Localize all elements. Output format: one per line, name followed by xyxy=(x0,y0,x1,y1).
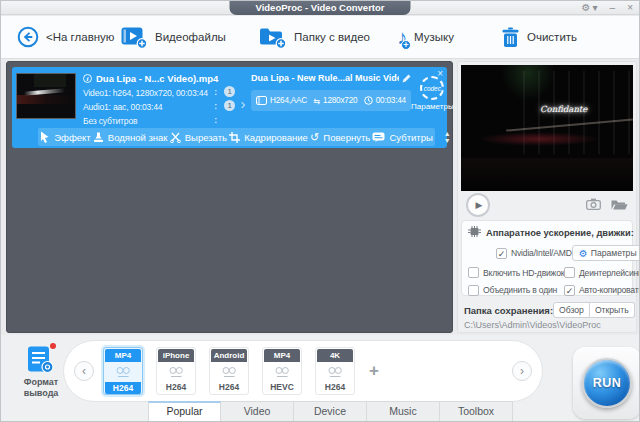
hd-engine-checkbox[interactable] xyxy=(468,267,479,278)
format-output-label-1: Формат xyxy=(13,377,69,388)
clear-list-button[interactable]: Очистить xyxy=(501,16,577,58)
merge-label: Объединить в один xyxy=(483,285,557,295)
film-icon xyxy=(256,96,267,105)
output-format-button[interactable]: Формат вывода xyxy=(13,345,69,399)
source-title-row: i Dua Lipa - N...c Video).mp4 xyxy=(83,73,235,84)
codec-badge: H264,AAC xyxy=(256,96,307,105)
hw-params-button[interactable]: ⚙ Параметры xyxy=(572,245,640,261)
target-info: Dua Lipa - New Rule...al Music Video).mp… xyxy=(251,72,411,127)
browse-button[interactable]: Обзор xyxy=(553,302,590,318)
settings-gear-icon[interactable]: ⚙ xyxy=(582,1,591,15)
autocopy-checkbox[interactable]: ✓ xyxy=(564,285,575,296)
format-card-iphone[interactable]: iPhone H264 xyxy=(156,347,196,395)
subtitle-track-row[interactable]: Без субтитров : xyxy=(83,116,235,126)
reel-icon xyxy=(104,362,142,381)
add-video-folder-label: Папку с видео xyxy=(294,31,370,43)
cut-tool[interactable]: Вырезать xyxy=(170,132,227,143)
file-list-panel: × i Dua Lipa - N...c Video).mp4 Video1: … xyxy=(6,61,453,333)
hardware-options-box: Аппаратное ускорение, движки: ✓ Nvidia/I… xyxy=(461,220,633,296)
save-folder-path: C:\Users\Admin\Videos\VideoProc xyxy=(464,320,601,330)
notification-dot xyxy=(50,343,56,349)
tab-video[interactable]: Video xyxy=(221,401,294,422)
clip-card[interactable]: × i Dua Lipa - N...c Video).mp4 Video1: … xyxy=(12,67,447,148)
format-card-mp4-hevc[interactable]: MP4 HEVC xyxy=(262,347,302,395)
stamp-icon xyxy=(93,132,104,143)
hw-accel-title-row: Аппаратное ускорение, движки: xyxy=(468,226,626,239)
rotate-tool[interactable]: ↺ Повернуть xyxy=(310,132,370,143)
subtitles-tool[interactable]: Субтитры xyxy=(372,132,432,143)
play-button[interactable]: ▶ xyxy=(466,193,490,217)
gpu-checkbox[interactable]: ✓ xyxy=(496,248,507,259)
video-add-icon xyxy=(121,26,148,49)
watermark-tool[interactable]: Водяной знак xyxy=(93,132,168,143)
clock-icon xyxy=(364,96,373,105)
sort-up-icon[interactable]: ▲ xyxy=(444,130,451,137)
run-button[interactable]: RUN xyxy=(582,358,632,408)
gpu-label: Nvidia/Intel/AMD xyxy=(511,248,572,258)
clip-thumbnail xyxy=(16,73,76,119)
codec-params-label: Параметры xyxy=(411,102,454,111)
crop-tool[interactable]: Кадрирование xyxy=(229,132,308,143)
clear-list-label: Очистить xyxy=(527,31,577,43)
format-card-4k[interactable]: 4K H264 xyxy=(315,347,355,395)
track-handle-icon[interactable]: : xyxy=(214,101,217,111)
source-title: Dua Lipa - N...c Video).mp4 xyxy=(96,73,218,84)
formats-prev-button[interactable]: ‹ xyxy=(74,361,94,381)
audio-track-label: Audio1: aac, 00:03:44 xyxy=(83,102,162,112)
info-icon[interactable]: i xyxy=(83,74,92,83)
formats-next-button[interactable]: › xyxy=(512,361,532,381)
rename-pencil-icon[interactable] xyxy=(402,74,411,83)
close-button[interactable]: × xyxy=(627,1,633,15)
minimize-button[interactable]: – xyxy=(610,1,616,15)
add-video-files-label: Видеофайлы xyxy=(155,31,226,43)
add-music-button[interactable]: ♪ + Музыку xyxy=(397,16,501,58)
back-home-button[interactable]: <На главную xyxy=(17,16,121,58)
music-add-icon: ♪ + xyxy=(397,27,407,47)
snapshot-camera-icon[interactable] xyxy=(586,198,601,212)
deinterlace-checkbox[interactable] xyxy=(564,267,575,278)
clip-edit-toolbar: Эффект Водяной знак Вырезать xyxy=(38,128,435,146)
add-format-button[interactable]: + xyxy=(369,361,379,381)
window-controls: ⚙ ▾ – × xyxy=(582,1,633,15)
add-video-folder-button[interactable]: Папку с видео xyxy=(259,16,397,58)
add-music-label: Музыку xyxy=(414,31,454,43)
tab-popular[interactable]: Popular xyxy=(148,401,221,422)
reel-icon xyxy=(263,362,301,381)
video-preview[interactable]: Confidante xyxy=(461,65,633,191)
format-card-android[interactable]: Android H264 xyxy=(209,347,249,395)
reel-icon xyxy=(157,362,195,381)
open-button[interactable]: Открыть xyxy=(590,302,635,318)
track-handle-icon[interactable]: : xyxy=(214,115,217,125)
merge-checkbox[interactable] xyxy=(468,285,479,296)
chip-icon xyxy=(468,226,481,239)
open-folder-icon[interactable] xyxy=(611,198,628,212)
video-track-row[interactable]: Video1: h264, 1280x720, 00:03:44 : 1 xyxy=(83,88,235,98)
reel-icon xyxy=(210,362,248,381)
trash-icon xyxy=(501,27,520,48)
sort-down-icon[interactable]: ▼ xyxy=(444,137,451,144)
window-title: VideoProc - Video Convertor xyxy=(230,1,411,15)
effect-cursor-icon xyxy=(40,131,50,143)
codec-gear-icon[interactable]: codec xyxy=(420,76,444,100)
rotate-icon: ↺ xyxy=(310,132,319,142)
plus-badge-icon: + xyxy=(401,40,411,50)
audio-track-row[interactable]: Audio1: aac, 00:03:44 : 1 xyxy=(83,102,235,112)
format-card-mp4-h264[interactable]: MP4 H264 xyxy=(103,347,143,395)
target-title: Dua Lipa - New Rule...al Music Video).mp… xyxy=(251,73,399,83)
format-output-label-2: вывода xyxy=(13,388,69,399)
settings-caret-icon[interactable]: ▾ xyxy=(593,1,598,15)
effect-tool[interactable]: Эффект xyxy=(40,131,90,143)
tab-music[interactable]: Music xyxy=(367,401,440,422)
back-arrow-icon xyxy=(17,26,39,48)
add-video-files-button[interactable]: Видеофайлы xyxy=(121,16,259,58)
format-strip: ‹ MP4 H264 iPhone H264 Andro xyxy=(63,340,543,402)
tab-device[interactable]: Device xyxy=(294,401,367,422)
reorder-arrows[interactable]: ▲ ▼ xyxy=(444,130,451,144)
scissors-icon xyxy=(170,132,181,143)
tab-toolbox[interactable]: Toolbox xyxy=(440,401,513,422)
title-bar: VideoProc - Video Convertor ⚙ ▾ – × xyxy=(1,1,639,15)
output-format-icon xyxy=(27,345,55,375)
track-handle-icon[interactable]: : xyxy=(214,87,217,97)
save-folder-row: Папка сохранения: Обзор Открыть xyxy=(464,302,630,318)
run-bezel: RUN xyxy=(573,347,640,419)
